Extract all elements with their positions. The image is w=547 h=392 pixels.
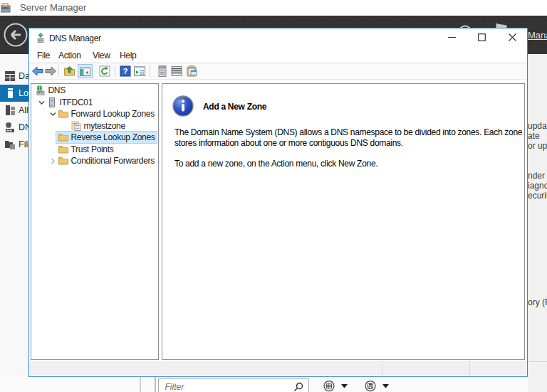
chevron-collapsed-icon[interactable] — [47, 155, 58, 166]
sidebar-item-dns[interactable]: DNS — [0, 119, 29, 136]
filter-input[interactable]: Filter — [158, 378, 309, 392]
content-pane: Add a New Zone The Domain Name System (D… — [162, 83, 525, 360]
all-servers-icon — [5, 105, 15, 115]
properties-fragment: nder — [528, 171, 545, 181]
content-paragraph-1: The Domain Name System (DNS) allows a DN… — [174, 127, 522, 148]
status-bar — [29, 361, 526, 376]
dns-window-title: DNS Manager — [49, 33, 101, 43]
menu-file[interactable]: File — [37, 51, 50, 60]
forward-toolbar-icon[interactable] — [45, 65, 56, 77]
status-separator — [382, 361, 382, 376]
properties-fragment: ate — [528, 131, 540, 141]
properties-fragment: ory (R — [528, 297, 547, 307]
refresh-toolbar-icon[interactable] — [99, 65, 110, 77]
folder-icon — [58, 156, 68, 166]
tree-item-dns-root[interactable]: DNS — [31, 85, 158, 97]
maximize-icon — [478, 33, 486, 41]
menu-action[interactable]: Action — [58, 51, 81, 60]
folder-icon — [58, 144, 68, 154]
svg-text:?: ? — [123, 67, 128, 75]
local-server-icon — [5, 88, 15, 98]
dns-icon — [5, 122, 15, 132]
dns-tree: DNS ITFDC01 — [31, 85, 158, 167]
back-toolbar-icon[interactable] — [32, 65, 43, 77]
tree-item-trust-points[interactable]: Trust Points — [31, 144, 158, 156]
server-manager-app-icon — [1, 2, 11, 13]
dashboard-icon — [5, 71, 15, 81]
manage-menu[interactable]: Manage — [528, 30, 547, 41]
server-manager-title: Server Manager — [20, 2, 86, 13]
server-manager-sidebar: Dashboard Local Server All Servers DNS — [0, 54, 29, 392]
tree-item-label: Forward Lookup Zones — [71, 109, 155, 119]
dns-menubar: File Action View Help — [29, 47, 527, 64]
chevron-expanded-icon[interactable] — [36, 97, 47, 108]
toolbar-separator — [115, 65, 115, 77]
file-storage-icon — [5, 139, 15, 149]
content-heading: Add a New Zone — [203, 102, 266, 112]
tree-item-forward-lookup-zones[interactable]: Forward Lookup Zones — [31, 108, 158, 120]
show-hide-action-pane-icon[interactable] — [134, 65, 145, 77]
content-line: stores information about one or more con… — [174, 138, 522, 149]
tree-item-mytestzone[interactable]: mytestzone — [31, 120, 158, 132]
dns-manager-app-icon — [36, 33, 46, 43]
dns-manager-window: DNS Manager File Action View Help — [28, 28, 528, 378]
dns-toolbar: ? — [29, 63, 527, 80]
info-icon — [172, 95, 194, 117]
minimize-button[interactable] — [441, 28, 462, 47]
up-one-level-icon[interactable] — [64, 65, 75, 77]
query-options-button[interactable] — [323, 381, 350, 392]
dns-window-titlebar[interactable]: DNS Manager — [29, 28, 527, 47]
menu-view[interactable]: View — [93, 51, 110, 60]
menu-help[interactable]: Help — [120, 51, 136, 60]
back-button[interactable] — [3, 22, 28, 48]
server-manager-properties-strip: update ate or upd nder iagnos ecurity or… — [528, 54, 547, 392]
toolbar-separator — [150, 65, 150, 77]
properties-fragment: update — [528, 121, 547, 131]
tree-selection: Reverse Lookup Zones — [56, 132, 157, 143]
help-toolbar-icon[interactable]: ? — [120, 65, 131, 77]
save-query-button[interactable] — [365, 381, 392, 392]
divider — [155, 377, 156, 392]
folder-icon — [58, 132, 68, 142]
sidebar-item-file-storage[interactable]: File and Storage Services — [0, 136, 29, 153]
properties-fragment: iagnos — [528, 181, 547, 191]
zone-icon — [71, 121, 81, 131]
properties-toolbar-icon[interactable] — [187, 65, 198, 77]
tree-item-reverse-lookup-zones[interactable]: Reverse Lookup Zones — [31, 132, 158, 144]
divider — [140, 377, 141, 392]
export-list-icon[interactable] — [171, 65, 182, 77]
sidebar-item-label: DNS — [19, 122, 29, 132]
console-tree-pane: DNS ITFDC01 — [31, 83, 159, 360]
tree-item-label: mytestzone — [84, 121, 125, 131]
tree-item-conditional-forwarders[interactable]: Conditional Forwarders — [31, 155, 158, 167]
sidebar-item-dashboard[interactable]: Dashboard — [0, 68, 29, 85]
tree-item-server[interactable]: ITFDC01 — [31, 97, 158, 109]
sidebar-item-local-server[interactable]: Local Server — [0, 85, 29, 102]
divider — [528, 361, 547, 362]
server-toolbar-icon[interactable] — [157, 65, 168, 77]
tree-item-label: Conditional Forwarders — [71, 156, 155, 166]
close-button[interactable] — [501, 28, 523, 47]
tree-item-label: Trust Points — [71, 144, 114, 154]
sidebar-item-all-servers[interactable]: All Servers — [0, 102, 29, 119]
show-hide-console-tree-button[interactable] — [78, 64, 93, 78]
chevron-expanded-icon[interactable] — [47, 108, 58, 120]
console-tree-icon — [80, 66, 90, 77]
properties-fragment: ecurity — [528, 191, 547, 201]
sidebar-item-label: File and Storage Services — [19, 139, 29, 149]
server-manager-bottom-area: Filter — [0, 377, 528, 392]
search-icon — [293, 382, 303, 392]
content-paragraph-2: To add a new zone, on the Action menu, c… — [174, 159, 377, 169]
properties-fragment: or upd — [528, 141, 547, 151]
spacer — [60, 120, 71, 132]
spacer — [47, 144, 58, 155]
tree-item-label: Reverse Lookup Zones — [71, 132, 155, 142]
server-icon — [47, 97, 57, 107]
sidebar-item-label: Local Server — [19, 88, 29, 98]
server-manager-titlebar: Server Manager — [0, 0, 547, 16]
maximize-button[interactable] — [471, 28, 492, 47]
status-separator — [469, 361, 470, 376]
tree-item-label: DNS — [48, 85, 66, 95]
filter-placeholder: Filter — [165, 382, 184, 392]
spacer — [47, 132, 58, 143]
